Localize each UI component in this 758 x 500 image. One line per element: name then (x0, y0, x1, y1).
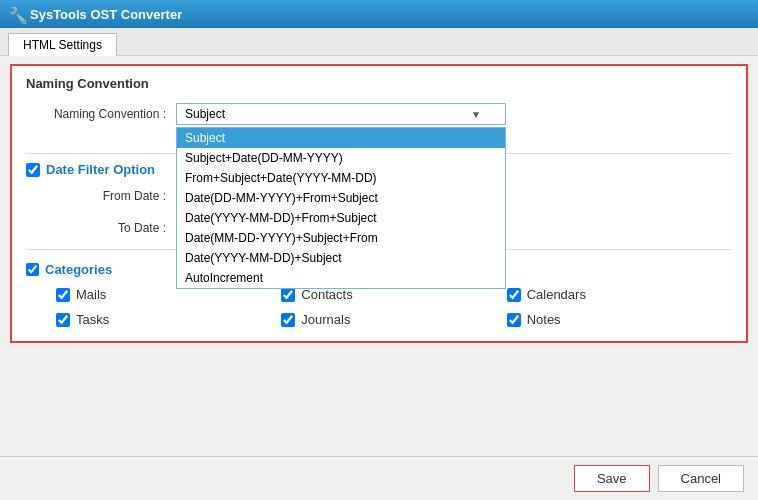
naming-convention-select-wrapper[interactable]: Subject ▼ Subject Subject+Date(DD-MM-YYY… (176, 103, 506, 125)
dropdown-item-1[interactable]: Subject+Date(DD-MM-YYYY) (177, 148, 505, 168)
to-date-label: To Date : (46, 221, 166, 235)
cat-tasks-checkbox[interactable] (56, 313, 70, 327)
cat-journals-checkbox[interactable] (281, 313, 295, 327)
tabs-bar: HTML Settings (0, 28, 758, 56)
cat-notes-checkbox[interactable] (507, 313, 521, 327)
title-bar: 🔧 SysTools OST Converter (0, 0, 758, 28)
dropdown-item-2[interactable]: From+Subject+Date(YYYY-MM-DD) (177, 168, 505, 188)
categories-grid: Mails Contacts Calendars Tasks Journals (26, 287, 732, 327)
dropdown-item-0[interactable]: Subject (177, 128, 505, 148)
categories-checkbox[interactable] (26, 263, 39, 276)
main-content: Naming Convention Naming Convention : Su… (0, 56, 758, 351)
section-box: Naming Convention Naming Convention : Su… (10, 64, 748, 343)
dropdown-item-4[interactable]: Date(YYYY-MM-DD)+From+Subject (177, 208, 505, 228)
from-date-label: From Date : (46, 189, 166, 203)
cat-mails-checkbox[interactable] (56, 288, 70, 302)
cat-calendars[interactable]: Calendars (507, 287, 732, 302)
cat-contacts-label: Contacts (301, 287, 352, 302)
cat-mails-label: Mails (76, 287, 106, 302)
bottom-bar: Save Cancel (0, 456, 758, 500)
cat-contacts-checkbox[interactable] (281, 288, 295, 302)
naming-convention-select[interactable]: Subject ▼ (176, 103, 506, 125)
dropdown-item-3[interactable]: Date(DD-MM-YYYY)+From+Subject (177, 188, 505, 208)
naming-convention-label: Naming Convention : (26, 103, 166, 121)
naming-convention-title: Naming Convention (26, 76, 732, 91)
app-icon: 🔧 (8, 6, 24, 22)
cat-notes[interactable]: Notes (507, 312, 732, 327)
cat-calendars-label: Calendars (527, 287, 586, 302)
cat-notes-label: Notes (527, 312, 561, 327)
date-filter-checkbox[interactable] (26, 163, 40, 177)
dropdown-item-6[interactable]: Date(YYYY-MM-DD)+Subject (177, 248, 505, 268)
chevron-down-icon: ▼ (471, 109, 481, 120)
cat-mails[interactable]: Mails (56, 287, 281, 302)
naming-convention-dropdown[interactable]: Subject Subject+Date(DD-MM-YYYY) From+Su… (176, 127, 506, 289)
dropdown-item-7[interactable]: AutoIncrement (177, 268, 505, 288)
cat-journals-label: Journals (301, 312, 350, 327)
app-title: SysTools OST Converter (30, 7, 182, 22)
cat-calendars-checkbox[interactable] (507, 288, 521, 302)
cancel-button[interactable]: Cancel (658, 465, 744, 492)
date-filter-label: Date Filter Option (46, 162, 155, 177)
naming-convention-row: Naming Convention : Subject ▼ Subject Su… (26, 103, 732, 125)
dropdown-item-5[interactable]: Date(MM-DD-YYYY)+Subject+From (177, 228, 505, 248)
tab-html-settings[interactable]: HTML Settings (8, 33, 117, 56)
categories-title: Categories (45, 262, 112, 277)
selected-option-text: Subject (185, 107, 225, 121)
cat-tasks-label: Tasks (76, 312, 109, 327)
cat-tasks[interactable]: Tasks (56, 312, 281, 327)
cat-contacts[interactable]: Contacts (281, 287, 506, 302)
save-button[interactable]: Save (574, 465, 650, 492)
cat-journals[interactable]: Journals (281, 312, 506, 327)
